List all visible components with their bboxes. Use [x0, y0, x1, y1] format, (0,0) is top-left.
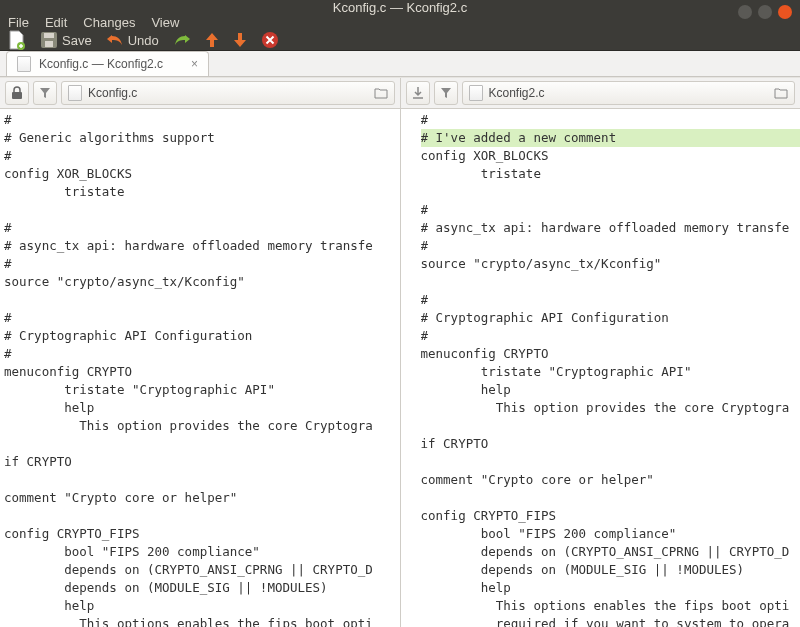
- code-line[interactable]: #: [421, 237, 801, 255]
- undo-label: Undo: [128, 33, 159, 48]
- code-line[interactable]: [0, 201, 400, 219]
- minimize-button[interactable]: [738, 5, 752, 19]
- new-file-button[interactable]: [8, 30, 26, 50]
- undo-button[interactable]: Undo: [106, 32, 159, 48]
- code-line[interactable]: #: [0, 255, 400, 273]
- right-pane-header: Kconfig2.c: [401, 78, 801, 108]
- code-line[interactable]: config XOR_BLOCKS: [0, 165, 400, 183]
- right-file-selector[interactable]: Kconfig2.c: [462, 81, 796, 105]
- code-line[interactable]: tristate: [0, 183, 400, 201]
- code-line[interactable]: menuconfig CRYPTO: [0, 363, 400, 381]
- maximize-button[interactable]: [758, 5, 772, 19]
- code-line[interactable]: if CRYPTO: [0, 453, 400, 471]
- code-line[interactable]: depends on (MODULE_SIG || !MODULES): [421, 561, 801, 579]
- code-line[interactable]: [0, 291, 400, 309]
- code-line[interactable]: tristate "Cryptographic API": [0, 381, 400, 399]
- code-line[interactable]: source "crypto/async_tx/Kconfig": [421, 255, 801, 273]
- code-line[interactable]: [421, 183, 801, 201]
- save-label: Save: [62, 33, 92, 48]
- code-line[interactable]: This option provides the core Cryptogra: [0, 417, 400, 435]
- code-line[interactable]: config CRYPTO_FIPS: [0, 525, 400, 543]
- right-code[interactable]: #✖# I've added a new commentconfig XOR_B…: [401, 108, 801, 627]
- code-line[interactable]: # async_tx api: hardware offloaded memor…: [0, 237, 400, 255]
- filter-icon: [440, 87, 452, 99]
- code-line[interactable]: tristate "Cryptographic API": [421, 363, 801, 381]
- save-right-button[interactable]: [406, 81, 430, 105]
- code-line[interactable]: [421, 273, 801, 291]
- code-line[interactable]: # async_tx api: hardware offloaded memor…: [421, 219, 801, 237]
- code-line[interactable]: depends on (MODULE_SIG || !MODULES): [0, 579, 400, 597]
- lock-button[interactable]: [5, 81, 29, 105]
- code-line[interactable]: help: [0, 399, 400, 417]
- arrow-up-icon: [205, 32, 219, 48]
- close-button[interactable]: [778, 5, 792, 19]
- code-line[interactable]: #: [421, 291, 801, 309]
- code-line[interactable]: menuconfig CRYPTO: [421, 345, 801, 363]
- code-line[interactable]: depends on (CRYPTO_ANSI_CPRNG || CRYPTO_…: [0, 561, 400, 579]
- window-titlebar: Kconfig.c — Kconfig2.c: [0, 0, 800, 15]
- code-line[interactable]: tristate: [421, 165, 801, 183]
- code-line[interactable]: required if you want to system to opera: [421, 615, 801, 627]
- code-line[interactable]: [0, 507, 400, 525]
- right-filename: Kconfig2.c: [489, 86, 545, 100]
- tab-kconfig-diff[interactable]: Kconfig.c — Kconfig2.c ×: [6, 51, 209, 76]
- window-title: Kconfig.c — Kconfig2.c: [333, 0, 467, 15]
- code-line[interactable]: help: [421, 381, 801, 399]
- menubar: File Edit Changes View: [0, 15, 800, 30]
- code-line[interactable]: help: [421, 579, 801, 597]
- code-line[interactable]: config XOR_BLOCKS: [421, 147, 801, 165]
- file-icon: [68, 85, 82, 101]
- code-line[interactable]: This options enables the fips boot opti: [0, 615, 400, 627]
- code-line[interactable]: if CRYPTO: [421, 435, 801, 453]
- redo-button[interactable]: [173, 32, 191, 48]
- code-line[interactable]: # Cryptographic API Configuration: [0, 327, 400, 345]
- stop-button[interactable]: [261, 31, 279, 49]
- down-button[interactable]: [233, 32, 247, 48]
- code-line[interactable]: bool "FIPS 200 compliance": [421, 525, 801, 543]
- code-line[interactable]: #: [421, 201, 801, 219]
- code-line[interactable]: #: [0, 111, 400, 129]
- filter-right-button[interactable]: [434, 81, 458, 105]
- tab-close-icon[interactable]: ×: [171, 57, 198, 71]
- code-line[interactable]: #: [0, 147, 400, 165]
- open-file-icon[interactable]: [374, 87, 388, 99]
- code-line[interactable]: comment "Crypto core or helper": [421, 471, 801, 489]
- code-line[interactable]: #: [0, 219, 400, 237]
- code-line[interactable]: [421, 417, 801, 435]
- svg-rect-5: [12, 92, 22, 99]
- code-line[interactable]: depends on (CRYPTO_ANSI_CPRNG || CRYPTO_…: [421, 543, 801, 561]
- save-button[interactable]: Save: [40, 31, 92, 49]
- filter-icon: [39, 87, 51, 99]
- svg-rect-3: [45, 41, 53, 47]
- open-file-icon[interactable]: [774, 87, 788, 99]
- code-line[interactable]: #: [0, 309, 400, 327]
- code-line[interactable]: This options enables the fips boot opti: [421, 597, 801, 615]
- code-line[interactable]: [0, 471, 400, 489]
- file-icon: [469, 85, 483, 101]
- file-icon: [17, 56, 31, 72]
- code-line[interactable]: help: [0, 597, 400, 615]
- up-button[interactable]: [205, 32, 219, 48]
- code-line[interactable]: #: [421, 327, 801, 345]
- code-line[interactable]: #: [421, 111, 801, 129]
- left-code[interactable]: ## Generic algorithms support#config XOR…: [0, 108, 400, 627]
- code-line[interactable]: config CRYPTO_FIPS: [421, 507, 801, 525]
- code-line[interactable]: # Cryptographic API Configuration: [421, 309, 801, 327]
- menu-view[interactable]: View: [151, 15, 179, 30]
- filter-button[interactable]: [33, 81, 57, 105]
- left-file-selector[interactable]: Kconfig.c: [61, 81, 395, 105]
- code-line[interactable]: #: [0, 345, 400, 363]
- left-filename: Kconfig.c: [88, 86, 137, 100]
- diff-added-line[interactable]: ✖# I've added a new comment: [421, 129, 801, 147]
- menu-changes[interactable]: Changes: [83, 15, 135, 30]
- code-line[interactable]: [421, 453, 801, 471]
- code-line[interactable]: This option provides the core Cryptogra: [421, 399, 801, 417]
- code-line[interactable]: # Generic algorithms support: [0, 129, 400, 147]
- code-line[interactable]: source "crypto/async_tx/Kconfig": [0, 273, 400, 291]
- menu-edit[interactable]: Edit: [45, 15, 67, 30]
- menu-file[interactable]: File: [8, 15, 29, 30]
- code-line[interactable]: [421, 489, 801, 507]
- code-line[interactable]: [0, 435, 400, 453]
- code-line[interactable]: bool "FIPS 200 compliance": [0, 543, 400, 561]
- code-line[interactable]: comment "Crypto core or helper": [0, 489, 400, 507]
